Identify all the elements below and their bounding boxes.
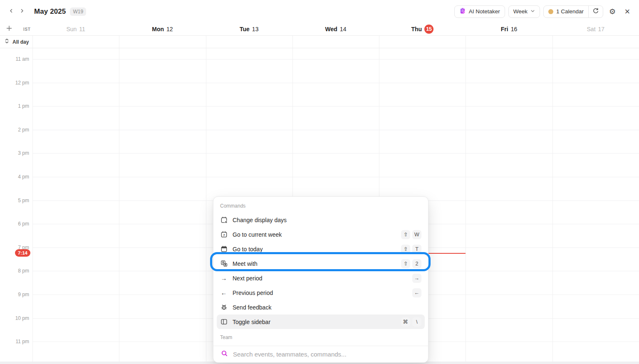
sidebar-icon bbox=[220, 318, 228, 325]
all-day-row: All day bbox=[0, 35, 639, 48]
day-header-mon[interactable]: Mon12 bbox=[119, 23, 206, 35]
ai-notetaker-label: AI Notetaker bbox=[469, 8, 500, 15]
all-day-cell[interactable] bbox=[292, 36, 379, 48]
hour-label: 4 pm bbox=[18, 174, 29, 180]
shortcut-key: ⇧ bbox=[401, 259, 410, 268]
add-event-button[interactable] bbox=[4, 24, 15, 35]
all-day-cell[interactable] bbox=[466, 36, 552, 48]
ai-notetaker-icon bbox=[459, 7, 466, 15]
today-badge: 15 bbox=[424, 25, 433, 34]
hour-label: 12 pm bbox=[15, 80, 29, 86]
day-header-wed[interactable]: Wed14 bbox=[292, 23, 379, 35]
day-number: 14 bbox=[340, 26, 347, 32]
refresh-icon bbox=[592, 7, 599, 16]
all-day-cell[interactable] bbox=[552, 36, 639, 48]
search-icon bbox=[221, 350, 228, 359]
shortcut-key: T bbox=[412, 245, 421, 254]
chevron-left-icon bbox=[8, 8, 14, 15]
gear-icon: ⚙ bbox=[609, 8, 616, 15]
palette-search-input[interactable] bbox=[233, 351, 421, 358]
close-button[interactable]: × bbox=[622, 6, 633, 17]
day-column-fri[interactable] bbox=[466, 48, 552, 364]
hour-label: 2 pm bbox=[18, 127, 29, 133]
refresh-button[interactable] bbox=[589, 6, 603, 17]
topbar: May 2025 W19 AI Notetaker Week 1 Calenda… bbox=[0, 0, 639, 23]
hour-label: 11 am bbox=[16, 56, 29, 62]
command-label: Go to current week bbox=[233, 231, 282, 238]
chevron-down-icon bbox=[530, 8, 535, 15]
day-header-sun[interactable]: Sun11 bbox=[32, 23, 119, 35]
ai-notetaker-button[interactable]: AI Notetaker bbox=[454, 5, 505, 18]
calendar-today-icon bbox=[220, 245, 228, 253]
command-item-send-feedback[interactable]: Send feedback bbox=[217, 300, 425, 314]
hour-gridline bbox=[32, 177, 639, 177]
calendar-count-label: 1 Calendar bbox=[556, 8, 584, 15]
shortcut-key: ← bbox=[412, 288, 422, 297]
hour-gridline bbox=[32, 153, 639, 154]
current-time-badge: 7:14 bbox=[15, 249, 30, 257]
page-title: May 2025 bbox=[34, 7, 66, 16]
calendar-color-dot bbox=[548, 9, 553, 14]
hour-label: 6 pm bbox=[18, 221, 29, 227]
people-icon bbox=[220, 260, 228, 267]
day-column-sun[interactable] bbox=[32, 48, 119, 364]
arrow-right-icon: → bbox=[220, 275, 228, 282]
hour-label: 1 pm bbox=[18, 103, 29, 109]
shortcut-key: ⌘ bbox=[401, 317, 411, 327]
all-day-cell[interactable] bbox=[206, 36, 292, 48]
command-label: Previous period bbox=[233, 290, 273, 296]
day-number: 11 bbox=[79, 26, 85, 32]
unfold-icon bbox=[4, 38, 10, 46]
command-item-toggle-sidebar[interactable]: Toggle sidebar⌘\ bbox=[217, 314, 425, 329]
command-item-go-to-today[interactable]: Go to today⇧T bbox=[217, 242, 425, 256]
day-header-thu[interactable]: Thu15 bbox=[379, 23, 466, 35]
day-number: 12 bbox=[166, 26, 173, 32]
command-item-change-display-days[interactable]: Change display days bbox=[217, 213, 425, 227]
day-header-sat[interactable]: Sat17 bbox=[552, 23, 639, 35]
day-number: 13 bbox=[252, 26, 259, 32]
arrow-left-icon: ← bbox=[220, 289, 228, 296]
bug-icon bbox=[220, 304, 228, 311]
close-icon: × bbox=[625, 7, 630, 16]
day-header-fri[interactable]: Fri16 bbox=[466, 23, 552, 35]
command-palette: CommandsChange display days7Go to curren… bbox=[213, 196, 428, 363]
hour-gridline bbox=[32, 83, 639, 83]
command-item-meet-with[interactable]: Meet with⇧2 bbox=[217, 256, 425, 271]
plus-icon bbox=[6, 25, 12, 33]
calendar-count-button[interactable]: 1 Calendar bbox=[544, 6, 588, 17]
all-day-cell[interactable] bbox=[379, 36, 466, 48]
hour-label: 11 pm bbox=[16, 339, 29, 344]
command-label: Send feedback bbox=[233, 304, 271, 311]
settings-button[interactable]: ⚙ bbox=[607, 6, 618, 17]
view-selector-button[interactable]: Week bbox=[508, 5, 540, 18]
next-period-button[interactable] bbox=[17, 6, 27, 17]
palette-section-label: Commands bbox=[213, 198, 428, 213]
hour-label: 8 pm bbox=[18, 268, 29, 274]
all-day-cell[interactable] bbox=[119, 36, 206, 48]
week-number-badge: W19 bbox=[70, 7, 86, 16]
all-day-toggle[interactable]: All day bbox=[0, 36, 32, 48]
day-column-mon[interactable] bbox=[119, 48, 206, 364]
all-day-cell[interactable] bbox=[32, 36, 119, 48]
day-number: 17 bbox=[598, 26, 605, 32]
day-number: 16 bbox=[511, 26, 518, 32]
day-column-sat[interactable] bbox=[552, 48, 639, 364]
calendar-week-icon: 7 bbox=[220, 231, 228, 238]
hour-label: 5 pm bbox=[18, 198, 29, 203]
svg-text:7: 7 bbox=[223, 233, 225, 237]
command-item-go-to-current-week[interactable]: 7Go to current week⇧W bbox=[217, 227, 425, 242]
chevron-right-icon bbox=[19, 8, 25, 15]
day-header-row: IST Sun11Mon12Tue13Wed14Thu15Fri16Sat17 bbox=[0, 23, 639, 35]
calendar-plus-icon bbox=[220, 216, 228, 223]
command-label: Go to today bbox=[233, 246, 263, 253]
command-label: Change display days bbox=[233, 217, 287, 223]
hour-label: 3 pm bbox=[18, 150, 29, 156]
command-item-next-period[interactable]: →Next period→ bbox=[217, 271, 425, 285]
calendar-group: 1 Calendar bbox=[543, 5, 603, 18]
command-item-previous-period[interactable]: ←Previous period← bbox=[217, 285, 425, 300]
hour-label: 9 pm bbox=[18, 292, 29, 297]
hour-gridline bbox=[32, 130, 639, 130]
view-selector-label: Week bbox=[513, 8, 528, 15]
prev-period-button[interactable] bbox=[6, 6, 17, 17]
day-header-tue[interactable]: Tue13 bbox=[206, 23, 292, 35]
